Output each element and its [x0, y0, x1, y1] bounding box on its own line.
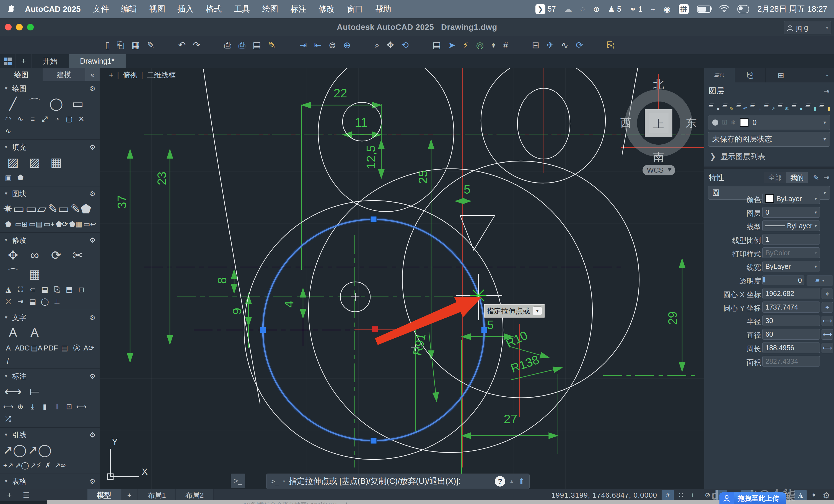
menu-modify[interactable]: 修改	[319, 4, 334, 15]
palette-tab-draw[interactable]: 绘图	[0, 68, 43, 81]
layer-tool-icon-2[interactable]: ≡↶	[735, 100, 747, 111]
gear-icon[interactable]: ⚙	[90, 85, 96, 93]
tab-layers[interactable]: ≡ⓘ	[704, 68, 735, 83]
status-toggle-2[interactable]: ∟	[688, 490, 700, 500]
gear-icon[interactable]: ⚙	[90, 143, 96, 151]
tooltip-dropdown-button[interactable]: ▾	[533, 306, 542, 315]
tool-icon-图块-0-1[interactable]: ▭▱	[25, 200, 46, 217]
menu-edit[interactable]: 编辑	[121, 4, 137, 15]
toolbar-icon-2[interactable]: ▦	[131, 40, 140, 50]
toolbar-icon-14[interactable]: ⌕	[374, 40, 379, 50]
tool-icon-文字-0-0[interactable]: A	[3, 324, 23, 341]
bluetooth-icon[interactable]: ⌁	[651, 5, 656, 14]
collapse-triangle-icon[interactable]: ▼	[4, 432, 8, 437]
layer-tool-icon-6[interactable]: ≡●	[791, 100, 802, 111]
property-field-半径[interactable]: 30	[762, 315, 820, 326]
tool-icon-标注-1-4[interactable]: ⫴	[51, 401, 63, 412]
property-field-周长[interactable]: 188.4956	[762, 342, 820, 353]
tool-icon-修改-1-1[interactable]: ⛶	[15, 284, 26, 295]
tool-icon-修改-0-4[interactable]: ⌒	[3, 265, 23, 283]
property-field-圆心 Y 坐标[interactable]: 1737.7474	[762, 301, 820, 313]
layer-states-dropdown[interactable]: 未保存的图层状态 ▾	[708, 132, 830, 146]
panel-pin-icon[interactable]: ⇥	[824, 87, 830, 95]
toolbar-icon-7[interactable]: ⎙	[239, 40, 246, 50]
toolbar-icon-9[interactable]: ✎	[268, 40, 276, 50]
toolbar-icon-11[interactable]: ⇤	[314, 40, 322, 50]
tool-icon-绘图-1-1[interactable]: ∿	[15, 113, 26, 124]
tool-icon-标注-1-1[interactable]: ⊕	[15, 401, 26, 412]
layer-tool-icon-4[interactable]: ≡↗	[763, 100, 774, 111]
filter-all-button[interactable]: 全部	[764, 172, 786, 183]
toolbar-icon-0[interactable]: ▯	[105, 40, 110, 50]
toolbar-icon-23[interactable]: ⊟	[532, 40, 539, 50]
layer-tool-icon-8[interactable]: ≡▮	[818, 100, 830, 111]
tool-icon-图块-1-5[interactable]: ⬟▦	[69, 219, 82, 230]
tool-icon-修改-1-6[interactable]: ◻	[76, 284, 87, 295]
quick-dimension-button[interactable]: ⟷	[821, 343, 833, 353]
gear-icon[interactable]: ⚙	[90, 314, 96, 322]
tab-overview-button[interactable]	[0, 54, 16, 68]
toolbar-icon-17[interactable]: ▤	[433, 40, 441, 50]
pick-point-button[interactable]: ⌖	[821, 302, 833, 313]
toolbar-icon-1[interactable]: ⎗	[117, 40, 125, 50]
upload-popup[interactable]: 拖拽至此上传	[720, 492, 786, 504]
menubar-datetime[interactable]: 2月28日 周五 18:27	[758, 4, 827, 15]
collapse-triangle-icon[interactable]: ▼	[4, 237, 8, 243]
tool-icon-引线-1-1[interactable]: ⇗◯	[15, 460, 29, 471]
toolbar-icon-13[interactable]: ⊕	[344, 40, 351, 50]
tool-icon-图块-1-3[interactable]: ▭+	[44, 219, 55, 230]
tool-icon-图块-1-2[interactable]: ▭▤	[29, 219, 42, 230]
collapse-triangle-icon[interactable]: ▼	[4, 191, 8, 196]
tool-icon-修改-0-5[interactable]: ▦	[24, 265, 45, 283]
quick-dimension-button[interactable]: ⟷	[821, 316, 833, 326]
tool-icon-文字-1-7[interactable]: ƒ	[3, 354, 14, 366]
new-drawing-tab-button[interactable]: +	[16, 54, 31, 68]
tool-icon-文字-1-1[interactable]: ABC	[15, 342, 29, 353]
tool-icon-标注-1-2[interactable]: ⤓	[27, 401, 38, 412]
toolbar-icon-8[interactable]: ▤	[253, 40, 261, 50]
property-field-图层[interactable]: 0▾	[762, 207, 820, 218]
toolbar-icon-18[interactable]: ➤	[448, 40, 456, 50]
toolbar-icon-22[interactable]: #	[503, 40, 508, 50]
user-account-button[interactable]: jq g ▾	[784, 21, 831, 34]
tool-icon-文字-1-3[interactable]: PDF	[43, 342, 58, 353]
current-layer-dropdown[interactable]: ⚿ ❄ 0 ▾	[708, 115, 830, 130]
tool-icon-修改-0-2[interactable]: ⟳	[46, 246, 66, 264]
menu-insert[interactable]: 插入	[177, 4, 193, 15]
menu-window[interactable]: 窗口	[347, 4, 363, 15]
tool-icon-修改-1-8[interactable]: ⇥	[15, 296, 26, 307]
tab-blocks[interactable]: ⊞	[766, 68, 796, 83]
command-history-button[interactable]: ▲	[509, 479, 514, 484]
tool-icon-标注-1-0[interactable]: ⟷	[3, 401, 14, 412]
tool-icon-修改-1-5[interactable]: ⬒	[64, 284, 75, 295]
toolbar-icon-6[interactable]: ⎙	[224, 40, 231, 50]
menu-help[interactable]: 帮助	[375, 4, 391, 15]
tool-icon-绘图-0-1[interactable]: ⌒	[24, 95, 45, 112]
panel-overflow-button[interactable]: »	[819, 68, 834, 83]
toolbar-icon-19[interactable]: ⚡	[463, 40, 469, 50]
tool-icon-文字-1-0[interactable]: A	[3, 342, 14, 353]
toolbar-icon-15[interactable]: ✥	[387, 40, 394, 50]
tool-icon-引线-0-0[interactable]: ↗◯	[3, 441, 26, 459]
status-toggle-10[interactable]: ◮	[794, 490, 807, 500]
spinner-icon[interactable]: ◌	[580, 5, 585, 14]
collapse-triangle-icon[interactable]: ▼	[4, 479, 8, 484]
tool-icon-文字-1-4[interactable]: ▤	[59, 342, 70, 353]
pinyin-input-icon[interactable]: 拼	[679, 4, 689, 14]
command-prompt-text[interactable]: 指定拉伸点或 [基点(B)/复制(C)/放弃(U)/退出(X)]:	[289, 476, 460, 487]
tool-icon-修改-1-11[interactable]: ⊥	[51, 296, 63, 307]
gear-icon[interactable]: ⚙	[90, 190, 96, 198]
toolbar-icon-4[interactable]: ↶	[178, 40, 186, 50]
tool-icon-修改-1-2[interactable]: ⊂	[27, 284, 38, 295]
tool-icon-修改-1-7[interactable]: ⤬	[3, 296, 14, 307]
tool-icon-图块-0-2[interactable]: ✎▭	[48, 200, 69, 217]
tab-model[interactable]: 模型	[87, 489, 121, 501]
toolbar-icon-12[interactable]: ⊜	[329, 40, 336, 50]
quick-dimension-button[interactable]: ⟷	[821, 329, 833, 340]
qq-status-item[interactable]: ♟ 5	[608, 5, 621, 14]
menu-dimension[interactable]: 标注	[290, 4, 306, 15]
customize-properties-icon[interactable]: ✎	[813, 174, 819, 182]
panel-list-icon[interactable]: ☰	[23, 491, 29, 500]
tool-icon-修改-1-3[interactable]: ⬓	[39, 284, 50, 295]
tool-icon-引线-1-3[interactable]: ✗	[42, 460, 53, 471]
